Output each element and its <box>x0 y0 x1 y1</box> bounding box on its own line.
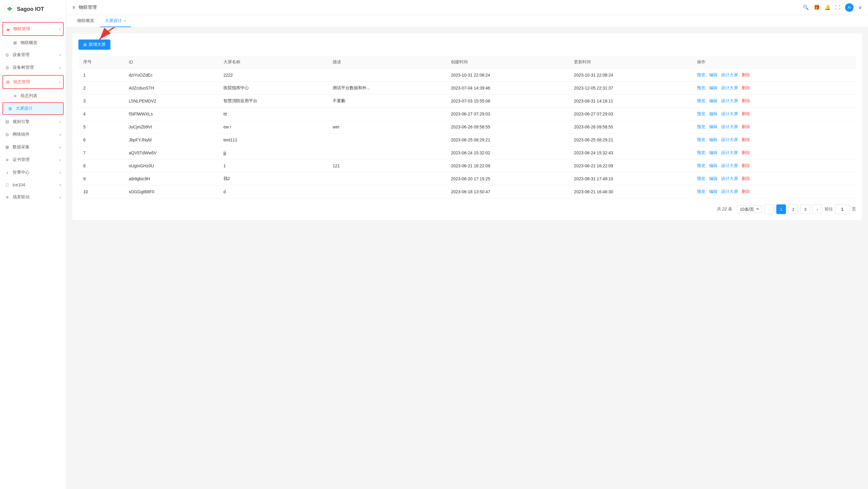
sidebar-item-rule-engine[interactable]: ⊟ 规则引擎 ∨ <box>0 116 66 128</box>
delete-link[interactable]: 删除 <box>742 163 750 168</box>
preview-link[interactable]: 预览 <box>697 189 706 194</box>
component-icon: ⊞ <box>5 79 10 85</box>
design-link[interactable]: 设计大屏 <box>721 163 738 168</box>
tabs-bar: 物联概览 大屏设计 ✕ <box>66 15 868 27</box>
design-link[interactable]: 设计大屏 <box>721 72 738 77</box>
delete-link[interactable]: 删除 <box>742 124 750 129</box>
data-icon: ⊞ <box>5 145 10 150</box>
chevron-down-icon: ∨ <box>59 120 61 124</box>
cell-actions: 预览 编辑 设计大屏 删除 <box>692 146 856 160</box>
table-row: 7 aQV5TdWw5V jjj 2023-06-24 15:32:02 202… <box>79 146 856 160</box>
cell-desc: wer <box>328 121 446 134</box>
page-size-select[interactable]: 10条/页 20条/页 50条/页 <box>737 205 762 213</box>
screens-table: 序号 ID 大屏名称 描述 创建时间 更新时间 操作 1 dzIYuOZdEc … <box>79 56 856 198</box>
table-row: 2 A0ZcduoSTH 医院指挥中心 测试平台数据和外... 2023-07-… <box>79 82 856 95</box>
add-screen-button[interactable]: ⊞ 新增大屏 <box>79 39 111 50</box>
design-link[interactable]: 设计大屏 <box>721 124 738 129</box>
preview-link[interactable]: 预览 <box>697 176 706 181</box>
sidebar-item-data-collect[interactable]: ⊞ 数据采集 ∨ <box>0 141 66 154</box>
preview-link[interactable]: 预览 <box>697 150 706 155</box>
sidebar-item-network-comp[interactable]: ⊙ 网络组件 ∨ <box>0 128 66 141</box>
edit-link[interactable]: 编辑 <box>709 111 717 116</box>
sidebar: Sagoo IOT ☁ 物联管理 ∧ ⊞ 物联概览 ⊙ 设备管理 ∨ <box>0 0 66 489</box>
sidebar-item-alarm-center[interactable]: ♪ 告警中心 ∨ <box>0 166 66 179</box>
delete-link[interactable]: 删除 <box>742 85 750 90</box>
delete-link[interactable]: 删除 <box>742 189 750 194</box>
delete-link[interactable]: 删除 <box>742 72 750 77</box>
delete-link[interactable]: 删除 <box>742 150 750 155</box>
edit-link[interactable]: 编辑 <box>709 150 717 155</box>
next-page-button[interactable]: › <box>812 204 822 214</box>
edit-link[interactable]: 编辑 <box>709 124 717 129</box>
preview-link[interactable]: 预览 <box>697 98 706 103</box>
edit-link[interactable]: 编辑 <box>709 137 717 142</box>
tab-label: 物联概览 <box>77 18 94 24</box>
cell-created: 2023-07-03 15:55:08 <box>446 95 569 108</box>
col-index: 序号 <box>79 56 124 69</box>
tab-close-icon[interactable]: ✕ <box>124 19 126 23</box>
sidebar-item-label: 网络组件 <box>13 132 30 137</box>
hamburger-icon[interactable]: ≡ <box>72 5 75 10</box>
preview-link[interactable]: 预览 <box>697 72 706 77</box>
sidebar-item-component-list[interactable]: ≡ 组态列表 <box>0 90 66 102</box>
delete-link[interactable]: 删除 <box>742 137 750 142</box>
design-link[interactable]: 设计大屏 <box>721 137 738 142</box>
cert-icon: ≡ <box>5 157 10 162</box>
delete-link[interactable]: 删除 <box>742 111 750 116</box>
sidebar-item-device-mgmt[interactable]: ⊙ 设备管理 ∨ <box>0 48 66 61</box>
prev-page-button[interactable]: ‹ <box>764 204 774 214</box>
sidebar-item-component-mgmt[interactable]: ⊞ 组态管理 ∧ <box>3 76 63 88</box>
svg-point-1 <box>9 7 10 9</box>
fullscreen-icon[interactable]: ⛶ <box>835 5 840 10</box>
sidebar-item-label: 物联概览 <box>21 40 37 45</box>
cell-index: 8 <box>79 160 124 172</box>
page-2-button[interactable]: 2 <box>788 204 798 214</box>
tab-big-screen[interactable]: 大屏设计 ✕ <box>100 15 131 27</box>
design-link[interactable]: 设计大屏 <box>721 85 738 90</box>
add-button-label: 新增大屏 <box>89 42 105 47</box>
sidebar-item-cert-mgmt[interactable]: ≡ 证书管理 ∨ <box>0 154 66 166</box>
sidebar-item-iot-mgmt[interactable]: ☁ 物联管理 ∧ <box>3 23 63 35</box>
sidebar-item-iot-overview[interactable]: ⊞ 物联概览 <box>0 37 66 48</box>
user-avatar[interactable]: Ai <box>845 3 854 12</box>
sidebar-item-scene-link[interactable]: ≡ 场景联动 ∨ <box>0 191 66 203</box>
design-link[interactable]: 设计大屏 <box>721 98 738 103</box>
edit-link[interactable]: 编辑 <box>709 98 717 103</box>
cell-index: 4 <box>79 108 124 121</box>
preview-link[interactable]: 预览 <box>697 124 706 129</box>
edit-link[interactable]: 编辑 <box>709 72 717 77</box>
gift-icon[interactable]: 🎁 <box>814 4 820 10</box>
page-1-button[interactable]: 1 <box>776 204 786 214</box>
sidebar-item-big-screen[interactable]: ⊞ 大屏设计 <box>3 103 63 114</box>
tab-iot-overview[interactable]: 物联概览 <box>72 15 99 27</box>
preview-link[interactable]: 预览 <box>697 85 706 90</box>
edit-link[interactable]: 编辑 <box>709 189 717 194</box>
sidebar-item-ice104[interactable]: □ ice104 ∨ <box>0 179 66 191</box>
edit-link[interactable]: 编辑 <box>709 176 717 181</box>
user-chevron-icon[interactable]: ∨ <box>858 4 862 10</box>
preview-link[interactable]: 预览 <box>697 111 706 116</box>
design-link[interactable]: 设计大屏 <box>721 189 738 194</box>
edit-link[interactable]: 编辑 <box>709 163 717 168</box>
cell-name: 2222 <box>219 69 328 82</box>
page-3-button[interactable]: 3 <box>801 204 810 214</box>
monitor-icon: ⊞ <box>13 40 18 45</box>
preview-link[interactable]: 预览 <box>697 137 706 142</box>
cell-updated: 2023-06-21 16:22:09 <box>569 160 692 172</box>
cell-name: ttt <box>219 108 328 121</box>
delete-link[interactable]: 删除 <box>742 176 750 181</box>
delete-link[interactable]: 删除 <box>742 98 750 103</box>
design-link[interactable]: 设计大屏 <box>721 150 738 155</box>
edit-link[interactable]: 编辑 <box>709 85 717 90</box>
design-link[interactable]: 设计大屏 <box>721 176 738 181</box>
col-name: 大屏名称 <box>219 56 328 69</box>
preview-link[interactable]: 预览 <box>697 163 706 168</box>
goto-input[interactable] <box>835 204 850 214</box>
design-link[interactable]: 设计大屏 <box>721 111 738 116</box>
cell-desc <box>328 186 446 198</box>
cell-id: fStFlWWXLs <box>124 108 219 121</box>
notification-icon[interactable]: 🔔 <box>825 4 831 10</box>
sidebar-item-device-tree[interactable]: ⊙ 设备树管理 ∨ <box>0 61 66 74</box>
monitor-icon2: □ <box>5 183 10 187</box>
search-icon[interactable]: 🔍 <box>803 4 809 10</box>
